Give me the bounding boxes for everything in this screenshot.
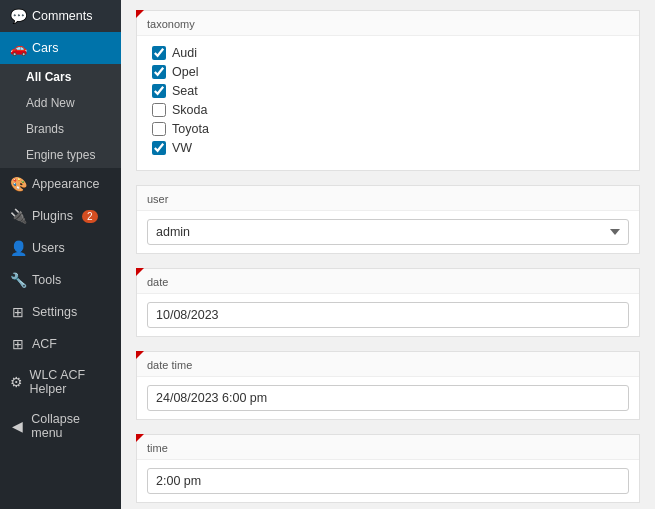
user-field-box: admin	[137, 211, 639, 253]
user-select[interactable]: admin	[147, 219, 629, 245]
appearance-icon: 🎨	[10, 176, 26, 192]
sidebar-item-label: Tools	[32, 273, 61, 287]
sidebar-item-label: Comments	[32, 9, 92, 23]
red-triangle-taxonomy	[136, 10, 144, 18]
sidebar-item-users[interactable]: 👤 Users	[0, 232, 121, 264]
sidebar-item-label: WLC ACF Helper	[30, 368, 111, 396]
taxonomy-opel-label: Opel	[172, 65, 198, 79]
taxonomy-vw[interactable]: VW	[152, 141, 624, 155]
checkbox-skoda[interactable]	[152, 103, 166, 117]
time-input[interactable]	[147, 468, 629, 494]
sidebar-item-label: Appearance	[32, 177, 99, 191]
submenu-brands[interactable]: Brands	[0, 116, 121, 142]
plugins-badge: 2	[82, 210, 98, 223]
user-section: user admin	[136, 185, 640, 254]
taxonomy-title: taxonomy	[137, 11, 639, 36]
taxonomy-audi[interactable]: Audi	[152, 46, 624, 60]
taxonomy-box: Audi Opel Seat Skoda Toyota VW	[137, 36, 639, 170]
checkbox-vw[interactable]	[152, 141, 166, 155]
date-field-box	[137, 294, 639, 336]
wlc-icon: ⚙	[10, 374, 24, 390]
users-icon: 👤	[10, 240, 26, 256]
sidebar-item-label: Plugins	[32, 209, 73, 223]
sidebar-item-label: Settings	[32, 305, 77, 319]
cars-submenu: All Cars Add New Brands Engine types	[0, 64, 121, 168]
collapse-icon: ◀	[10, 418, 25, 434]
checkbox-audi[interactable]	[152, 46, 166, 60]
sidebar-item-plugins[interactable]: 🔌 Plugins 2	[0, 200, 121, 232]
main-content: taxonomy Audi Opel Seat Skoda Toyota	[121, 0, 655, 509]
red-triangle-date	[136, 268, 144, 276]
taxonomy-toyota[interactable]: Toyota	[152, 122, 624, 136]
sidebar-item-appearance[interactable]: 🎨 Appearance	[0, 168, 121, 200]
checkbox-seat[interactable]	[152, 84, 166, 98]
sidebar-item-comments[interactable]: 💬 Comments	[0, 0, 121, 32]
taxonomy-section: taxonomy Audi Opel Seat Skoda Toyota	[136, 10, 640, 171]
settings-icon: ⊞	[10, 304, 26, 320]
datetime-input[interactable]	[147, 385, 629, 411]
time-section: time	[136, 434, 640, 503]
datetime-title: date time	[137, 352, 639, 377]
taxonomy-vw-label: VW	[172, 141, 192, 155]
sidebar-item-label: Cars	[32, 41, 58, 55]
checkbox-opel[interactable]	[152, 65, 166, 79]
taxonomy-audi-label: Audi	[172, 46, 197, 60]
red-triangle-time	[136, 434, 144, 442]
submenu-all-cars[interactable]: All Cars	[0, 64, 121, 90]
sidebar-item-label: Users	[32, 241, 65, 255]
taxonomy-seat-label: Seat	[172, 84, 198, 98]
comments-icon: 💬	[10, 8, 26, 24]
date-input[interactable]	[147, 302, 629, 328]
sidebar-item-wlc[interactable]: ⚙ WLC ACF Helper	[0, 360, 121, 404]
datetime-section: date time	[136, 351, 640, 420]
taxonomy-skoda-label: Skoda	[172, 103, 207, 117]
date-section: date	[136, 268, 640, 337]
sidebar-item-settings[interactable]: ⊞ Settings	[0, 296, 121, 328]
datetime-field-box	[137, 377, 639, 419]
red-triangle-datetime	[136, 351, 144, 359]
date-title: date	[137, 269, 639, 294]
submenu-engine-types[interactable]: Engine types	[0, 142, 121, 168]
sidebar-item-acf[interactable]: ⊞ ACF	[0, 328, 121, 360]
plugins-icon: 🔌	[10, 208, 26, 224]
sidebar-item-label: ACF	[32, 337, 57, 351]
taxonomy-skoda[interactable]: Skoda	[152, 103, 624, 117]
taxonomy-opel[interactable]: Opel	[152, 65, 624, 79]
sidebar-item-collapse[interactable]: ◀ Collapse menu	[0, 404, 121, 448]
sidebar-item-tools[interactable]: 🔧 Tools	[0, 264, 121, 296]
acf-icon: ⊞	[10, 336, 26, 352]
tools-icon: 🔧	[10, 272, 26, 288]
time-title: time	[137, 435, 639, 460]
cars-icon: 🚗	[10, 40, 26, 56]
sidebar-item-label: Collapse menu	[31, 412, 111, 440]
taxonomy-seat[interactable]: Seat	[152, 84, 624, 98]
checkbox-toyota[interactable]	[152, 122, 166, 136]
user-title: user	[137, 186, 639, 211]
taxonomy-toyota-label: Toyota	[172, 122, 209, 136]
sidebar-item-cars[interactable]: 🚗 Cars	[0, 32, 121, 64]
submenu-add-new[interactable]: Add New	[0, 90, 121, 116]
time-field-box	[137, 460, 639, 502]
sidebar: 💬 Comments 🚗 Cars All Cars Add New Brand…	[0, 0, 121, 509]
